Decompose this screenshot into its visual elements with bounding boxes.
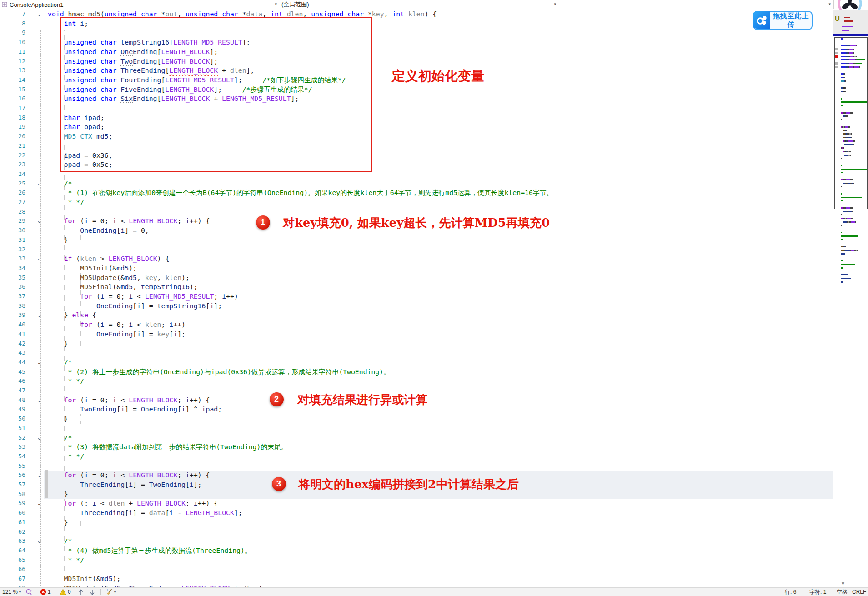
line-number: 16 (0, 94, 25, 104)
minimap-viewport-box[interactable] (834, 37, 868, 209)
line-number: 15 (0, 85, 25, 95)
line-number: 36 (0, 282, 25, 292)
minimap[interactable]: U (833, 10, 868, 587)
minimap-row (843, 221, 846, 223)
fold-chevron-icon[interactable]: ⌄ (35, 254, 43, 264)
line-number: 31 (0, 235, 25, 245)
code-line: OneEnding[i] = 0; (80, 226, 149, 235)
warning-icon (60, 589, 66, 595)
error-count: 1 (48, 589, 51, 595)
zoom-level-select[interactable]: 121 % ▾ (2, 588, 21, 596)
cloud-drive-icon (753, 11, 770, 29)
line-number: 56 (0, 471, 25, 480)
fold-chevron-icon[interactable]: ⌄ (35, 396, 43, 405)
minimap-mark (842, 26, 853, 27)
fold-chevron-icon[interactable]: ⌄ (35, 433, 43, 443)
indentation-indicator[interactable]: 空格 (837, 588, 848, 596)
warning-count-button[interactable]: 0 (60, 588, 71, 596)
minimap-row (852, 211, 853, 212)
upload-label: 拖拽至此上传 (770, 12, 812, 29)
code-line: if (klen > LENGTH_BLOCK) { (64, 254, 170, 264)
member-dropdown[interactable]: ▾ (556, 0, 834, 9)
line-ending-indicator[interactable]: CRLF (852, 588, 866, 596)
line-number: 51 (0, 424, 25, 433)
minimap-row (851, 221, 855, 223)
code-line: MD5Final(&md5, tempString16); (80, 282, 197, 292)
code-line: * (3) 将数据流data附加到第二步的结果字符串(TwoEnding)的末尾… (64, 442, 288, 452)
prev-issue-button[interactable] (78, 588, 84, 596)
minimap-row (841, 253, 845, 255)
line-number: 53 (0, 442, 25, 452)
annotation-label: 定义初始化变量 (392, 67, 484, 85)
zoom-value: 121 % (2, 589, 18, 595)
line-number: 63 (0, 536, 25, 546)
cursor-line-indicator[interactable]: 行: 6 (785, 588, 796, 596)
scope-dropdown[interactable]: (全局范围) ▾ (278, 0, 559, 9)
line-number: 22 (0, 151, 25, 160)
fold-chevron-icon[interactable]: ⌄ (35, 471, 43, 480)
code-line: * */ (64, 198, 85, 207)
code-line: for (i = 0; i < LENGTH_BLOCK; i++) { (64, 396, 210, 405)
line-number: 13 (0, 66, 25, 75)
fold-chevron-icon[interactable]: ⌄ (35, 216, 43, 226)
minimap-row (841, 235, 858, 237)
code-line: * */ (64, 556, 85, 565)
line-number: 24 (0, 170, 25, 179)
minimap-line7-bar (833, 34, 868, 36)
code-line: OneEnding[i] = key[i]; (96, 330, 186, 339)
project-name: ConsoleApplication1 (10, 1, 64, 8)
code-line: /* (64, 433, 72, 443)
fold-chevron-icon[interactable]: ⌄ (35, 311, 43, 320)
code-line: for (i = 0; i < LENGTH_MD5_RESULT; i++) (80, 292, 238, 301)
line-number: 21 (0, 141, 25, 151)
scroll-down-arrow[interactable]: ▼ (839, 581, 847, 586)
line-number: 19 (0, 122, 25, 132)
divider (100, 589, 101, 595)
line-number: 23 (0, 160, 25, 170)
line-number: 37 (0, 292, 25, 301)
fold-chevron-icon[interactable]: ⌄ (35, 358, 43, 367)
next-issue-button[interactable] (90, 588, 95, 596)
step-label-3: 将明文的hex编码拼接到2中计算结果之后 (298, 476, 519, 492)
line-number: 48 (0, 396, 25, 405)
line-number: 45 (0, 367, 25, 377)
code-line: OneEnding[i] = tempString16[i]; (96, 301, 222, 311)
line-number: 32 (0, 245, 25, 255)
navigation-bar: ConsoleApplication1 ▾ (全局范围) ▾ ▾ (0, 0, 868, 10)
line-number: 55 (0, 461, 25, 471)
line-number: 41 (0, 330, 25, 339)
line-number: 29 (0, 216, 25, 226)
code-line: MD5Update(&md5, key, klen); (80, 273, 190, 283)
step-label-2: 对填充结果进行异或计算 (297, 392, 427, 408)
minimap-row (847, 218, 851, 219)
line-number: 64 (0, 546, 25, 556)
line-number: 49 (0, 405, 25, 414)
fold-chevron-icon[interactable]: ⌄ (35, 10, 43, 19)
minimap-row (841, 225, 842, 226)
indent-guide (80, 518, 81, 527)
cursor-column-indicator[interactable]: 字符: 1 (809, 588, 826, 596)
fold-chevron-icon[interactable]: ⌄ (35, 179, 43, 189)
indent-guide (80, 235, 81, 245)
line-number: 66 (0, 565, 25, 574)
line-number: 28 (0, 207, 25, 217)
upload-dropzone-button[interactable]: 拖拽至此上传 (753, 11, 813, 30)
magic-lens-icon[interactable] (25, 588, 32, 596)
code-cleanup-button[interactable]: ▾ (105, 588, 116, 596)
code-line: for (i = 0; i < klen; i++) (80, 320, 186, 330)
code-line: } else { (64, 311, 96, 320)
chevron-down-icon: ▾ (19, 590, 21, 594)
fold-chevron-icon[interactable]: ⌄ (35, 536, 43, 546)
annotation-box (60, 17, 372, 172)
line-number: 42 (0, 339, 25, 349)
line-number: 11 (0, 47, 25, 57)
line-number: 20 (0, 132, 25, 141)
fold-chevron-icon[interactable]: ⌄ (35, 499, 43, 508)
vs-editor-window: ConsoleApplication1 ▾ (全局范围) ▾ ▾ 7⌄void … (0, 0, 868, 596)
project-dropdown[interactable]: ConsoleApplication1 ▾ (0, 0, 280, 9)
code-line: for (i = 0; i < LENGTH_BLOCK; i++) { (64, 216, 210, 226)
step-badge-1: 1 (256, 215, 270, 230)
error-count-button[interactable]: 1 (40, 588, 51, 596)
code-line: * (4) 做md5运算于第三步生成的数据流(ThreeEnding)。 (64, 546, 251, 556)
minimap-row (841, 239, 843, 240)
